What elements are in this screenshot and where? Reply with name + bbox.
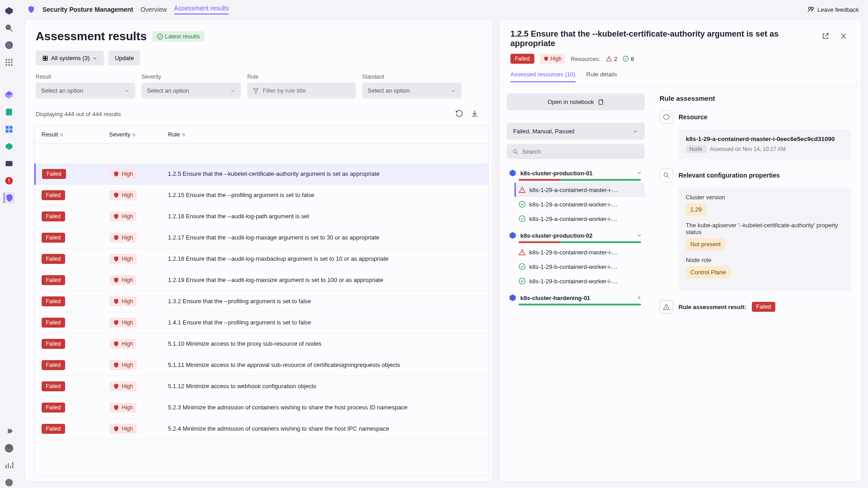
table-row[interactable]: Failed High 1.2.19 Ensure that the --aud… <box>35 269 489 291</box>
tab-assessed-resources[interactable]: Assessed resources (10) <box>510 71 576 82</box>
severity-cell: High <box>109 190 137 200</box>
chevron-icon <box>637 233 642 238</box>
results-panel: Assessment results Latest results All sy… <box>24 19 493 482</box>
table-row[interactable]: Failed High 1.2.16 Ensure that the --aud… <box>35 206 489 227</box>
svg-point-50 <box>519 201 525 207</box>
reset-button[interactable] <box>453 107 466 122</box>
displaying-count: Displaying 444 out of 444 results <box>36 111 121 117</box>
table-row[interactable]: Failed High 1.4.1 Ensure that the --prof… <box>35 312 489 333</box>
table-row[interactable]: Failed High 1.2.5 Ensure that the --kube… <box>35 164 489 185</box>
filter-rule-input[interactable] <box>247 83 356 99</box>
notebook-icon <box>598 99 604 105</box>
severity-cell: High <box>109 296 137 306</box>
svg-rect-11 <box>8 64 9 66</box>
severity-cell: High <box>109 339 137 349</box>
node-item[interactable]: k8s-1-29-b-containerd-worker-i-… <box>516 259 645 274</box>
topbar: Security Posture Management Overview Ass… <box>18 0 868 19</box>
result-pill: Failed <box>42 403 66 413</box>
cluster-header[interactable]: k8s-cluster-production-02 <box>507 228 645 241</box>
rule-text: 1.2.15 Ensure that the --profiling argum… <box>162 184 489 206</box>
rule-text: 5.1.10 Minimize access to the proxy sub-… <box>162 333 489 354</box>
node-item[interactable]: k8s-1-29-a-containerd-worker-i-… <box>516 211 645 226</box>
table-row[interactable]: Failed High 5.2.4 Minimize the admission… <box>35 418 489 439</box>
cluster-header[interactable]: k8s-cluster-hardening-01 <box>507 290 645 304</box>
results-table[interactable]: Result⇅ Severity⇅ Rule⇅ Failed High 1.2.… <box>34 125 489 476</box>
node-item[interactable]: k8s-1-29-a-containerd-worker-i-… <box>516 197 645 211</box>
leave-feedback-button[interactable]: Leave feedback <box>807 6 859 13</box>
svg-rect-20 <box>9 130 13 133</box>
col-rule[interactable]: Rule⇅ <box>162 126 489 144</box>
node-item[interactable]: k8s-1-29-b-containerd-worker-i-… <box>516 274 645 288</box>
check-circle-icon <box>157 33 163 40</box>
tab-assessment-results[interactable]: Assessment results <box>174 5 229 14</box>
status-filter-select[interactable]: Failed, Manual, Passed <box>507 123 645 140</box>
nav-logo-icon[interactable] <box>4 5 14 16</box>
svg-point-34 <box>811 7 813 9</box>
svg-point-27 <box>8 446 10 448</box>
filter-severity-select[interactable]: Select an option <box>142 83 241 99</box>
chevron-icon <box>637 295 642 300</box>
nav-expand-icon[interactable] <box>4 426 14 436</box>
feedback-icon <box>807 6 815 13</box>
nav-radar-icon[interactable] <box>4 40 14 51</box>
nav-shield-icon[interactable] <box>4 192 14 203</box>
tab-overview[interactable]: Overview <box>141 6 167 13</box>
latest-results-badge: Latest results <box>152 31 204 42</box>
open-notebook-button[interactable]: Open in notebook <box>507 94 645 110</box>
node-item[interactable]: k8s-1-29-b-containerd-master-i-… <box>516 245 645 259</box>
table-row[interactable]: Failed High 5.1.12 Minimize access to we… <box>35 375 489 397</box>
close-button[interactable] <box>837 29 850 44</box>
table-row[interactable]: Failed High 1.2.17 Ensure that the --aud… <box>35 227 489 248</box>
table-row[interactable]: Failed High 1.2.15 Ensure that the --pro… <box>35 184 489 206</box>
nav-info-icon[interactable] <box>4 477 14 488</box>
table-row[interactable]: Failed High 5.2.3 Minimize the admission… <box>35 397 489 418</box>
resource-search-input[interactable] <box>507 144 645 159</box>
all-systems-dropdown[interactable]: All systems (3) <box>36 51 104 66</box>
shield-x-icon <box>543 56 549 61</box>
cluster-header[interactable]: k8s-cluster-production-01 <box>507 165 645 179</box>
node-item[interactable]: k8s-1-29-a-containerd-master-i-… <box>514 183 645 197</box>
nav-alert-icon[interactable] <box>4 175 14 186</box>
app-shield-icon <box>27 5 35 14</box>
nav-stats-icon[interactable] <box>4 460 14 471</box>
nav-cube-icon[interactable] <box>4 89 14 100</box>
table-row[interactable]: Failed High 5.1.10 Minimize access to th… <box>35 333 489 354</box>
node-chip: Node <box>686 145 706 153</box>
table-row[interactable]: Failed High 1.2.18 Ensure that the --aud… <box>35 248 489 269</box>
assessment-details: Rule assessment Resource k8s-1-29-a-cont… <box>650 87 861 481</box>
col-severity[interactable]: Severity⇅ <box>103 126 162 144</box>
severity-cell: High <box>109 169 137 179</box>
col-result[interactable]: Result⇅ <box>35 126 103 144</box>
svg-rect-17 <box>6 126 9 129</box>
chevron-down-icon <box>92 56 98 61</box>
nav-apps-icon[interactable] <box>4 57 14 68</box>
nav-box-icon[interactable] <box>4 141 14 152</box>
filter-standard-select[interactable]: Select an option <box>362 83 462 99</box>
table-row[interactable]: Failed High 1.3.2 Ensure that the --prof… <box>35 291 489 312</box>
nav-sheet-icon[interactable] <box>4 107 14 117</box>
nav-search-icon[interactable] <box>4 23 14 33</box>
update-button[interactable]: Update <box>108 51 140 66</box>
resource-name: k8s-1-29-a-containerd-master-i-0eec6e5ec… <box>686 136 844 142</box>
nav-user-icon[interactable] <box>4 443 14 454</box>
svg-point-54 <box>519 263 525 269</box>
app-title: Security Posture Management <box>42 6 133 13</box>
filter-result-select[interactable]: Select an option <box>36 83 135 99</box>
property-item: The kube-apiserver '--kubelet-certificat… <box>686 222 844 250</box>
nav-terminal-icon[interactable] <box>4 158 14 169</box>
assessment-heading: Rule assessment <box>660 94 851 102</box>
table-row[interactable]: Failed High 5.1.11 Minimize access to th… <box>35 354 489 375</box>
svg-point-44 <box>623 56 629 61</box>
result-label: Rule assessment result: <box>679 304 746 310</box>
tab-rule-details[interactable]: Rule details <box>586 71 617 82</box>
download-button[interactable] <box>468 107 481 122</box>
rule-text: 1.4.1 Ensure that the --profiling argume… <box>162 312 489 333</box>
fail-count: 2 <box>606 56 617 62</box>
svg-point-35 <box>157 34 163 39</box>
result-pill: Failed <box>42 424 66 434</box>
svg-line-47 <box>516 152 518 154</box>
svg-rect-10 <box>6 64 7 66</box>
open-external-button[interactable] <box>819 29 832 44</box>
result-pill: Failed <box>42 296 66 306</box>
nav-grid-icon[interactable] <box>4 124 14 135</box>
